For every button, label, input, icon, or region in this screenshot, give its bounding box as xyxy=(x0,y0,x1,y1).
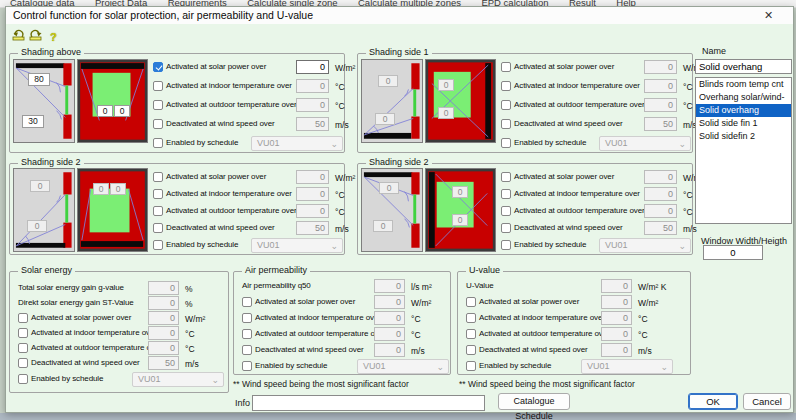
outdoor-temp-input[interactable]: 0 xyxy=(374,327,405,341)
solar-power-checkbox[interactable] xyxy=(501,172,511,182)
control-function-listbox[interactable]: Blinds room temp cnt Overhang solar/wind… xyxy=(695,77,792,224)
u-value-group: U-value U-Value 0 W/m² K Activated at so… xyxy=(457,271,691,375)
group-title: Solar energy xyxy=(18,265,75,275)
group-title: Shading above xyxy=(18,47,84,57)
g-value-input[interactable]: 0 xyxy=(148,281,179,295)
help-icon[interactable]: ? xyxy=(50,27,64,40)
solar-power-checkbox[interactable] xyxy=(18,313,28,323)
wind-speed-input[interactable]: 0 xyxy=(601,343,632,357)
solar-power-checkbox[interactable] xyxy=(153,62,163,72)
solar-power-input[interactable]: 0 xyxy=(148,311,179,325)
schedule-dropdown[interactable]: VU01⌄ xyxy=(357,359,449,374)
indoor-temp-checkbox[interactable] xyxy=(501,81,511,91)
wind-speed-checkbox[interactable] xyxy=(242,345,252,355)
unit-label: °C xyxy=(683,207,693,217)
schedule-dropdown[interactable]: VU01⌄ xyxy=(599,136,691,151)
catalogue-export-icon[interactable] xyxy=(29,27,43,40)
close-icon[interactable]: ✕ xyxy=(761,8,776,23)
schedule-dropdown[interactable]: VU01⌄ xyxy=(251,238,343,253)
indoor-temp-checkbox[interactable] xyxy=(153,81,163,91)
solar-power-input[interactable]: 0 xyxy=(601,295,632,309)
wind-speed-input[interactable]: 50 xyxy=(148,356,179,370)
q50-input[interactable]: 0 xyxy=(374,279,405,293)
solar-power-checkbox[interactable] xyxy=(501,62,511,72)
wind-speed-checkbox[interactable] xyxy=(466,345,476,355)
wind-speed-input[interactable]: 50 xyxy=(644,117,677,131)
indoor-temp-checkbox[interactable] xyxy=(18,328,28,338)
outdoor-temp-input[interactable]: 0 xyxy=(296,98,329,112)
outdoor-temp-input[interactable]: 0 xyxy=(644,98,677,112)
indoor-temp-checkbox[interactable] xyxy=(242,313,252,323)
wind-speed-checkbox[interactable] xyxy=(153,119,163,129)
indoor-temp-input[interactable]: 0 xyxy=(374,311,405,325)
solar-power-input[interactable]: 0 xyxy=(296,60,329,74)
schedule-dropdown[interactable]: VU01⌄ xyxy=(132,372,224,387)
schedule-dropdown[interactable]: VU01⌄ xyxy=(251,136,343,151)
list-item[interactable]: Solid overhang xyxy=(696,104,791,117)
outdoor-temp-checkbox[interactable] xyxy=(501,206,511,216)
solar-power-checkbox[interactable] xyxy=(153,172,163,182)
list-item[interactable]: Overhang solar/wind- xyxy=(696,91,791,104)
solar-power-checkbox[interactable] xyxy=(466,297,476,307)
list-item[interactable]: Solid side fin 1 xyxy=(696,117,791,130)
schedule-checkbox[interactable] xyxy=(501,138,511,148)
st-value-input[interactable]: 0 xyxy=(148,296,179,310)
solar-power-checkbox[interactable] xyxy=(242,297,252,307)
indoor-temp-input[interactable]: 0 xyxy=(296,187,329,201)
outdoor-temp-input[interactable]: 0 xyxy=(296,204,329,218)
wind-speed-checkbox[interactable] xyxy=(501,119,511,129)
wind-speed-input[interactable]: 0 xyxy=(374,343,405,357)
unit-label: m/s xyxy=(411,346,425,356)
window-width-height-input[interactable] xyxy=(703,245,763,260)
outdoor-temp-checkbox[interactable] xyxy=(501,100,511,110)
schedule-checkbox[interactable] xyxy=(242,361,252,371)
outdoor-temp-checkbox[interactable] xyxy=(153,206,163,216)
solar-power-input[interactable]: 0 xyxy=(374,295,405,309)
indoor-temp-checkbox[interactable] xyxy=(153,189,163,199)
list-item[interactable]: Blinds room temp cnt xyxy=(696,78,791,91)
chevron-down-icon: ⌄ xyxy=(436,361,444,374)
catalogue-schedule-button[interactable]: Catalogue Schedule xyxy=(498,393,570,410)
outdoor-temp-checkbox[interactable] xyxy=(18,343,28,353)
outdoor-temp-input[interactable]: 0 xyxy=(644,204,677,218)
list-item[interactable]: Solid sidefin 2 xyxy=(696,130,791,143)
wind-speed-checkbox[interactable] xyxy=(153,223,163,233)
u-value-input[interactable]: 0 xyxy=(601,279,632,293)
schedule-dropdown[interactable]: VU01⌄ xyxy=(599,238,691,253)
catalogue-import-icon[interactable] xyxy=(12,27,26,40)
schedule-checkbox[interactable] xyxy=(18,374,28,384)
wind-speed-checkbox[interactable] xyxy=(501,223,511,233)
wind-speed-input[interactable]: 50 xyxy=(296,221,329,235)
unit-label: °C xyxy=(683,82,693,92)
checkbox-label: Activated at solar power over xyxy=(514,62,614,71)
outdoor-temp-input[interactable]: 0 xyxy=(148,341,179,355)
wind-speed-input[interactable]: 50 xyxy=(644,221,677,235)
outdoor-temp-input[interactable]: 0 xyxy=(601,327,632,341)
ok-button[interactable]: OK xyxy=(688,393,738,410)
schedule-checkbox[interactable] xyxy=(501,240,511,250)
outdoor-temp-checkbox[interactable] xyxy=(466,329,476,339)
checkbox-label: Activated at solar power over xyxy=(479,297,579,306)
schedule-checkbox[interactable] xyxy=(153,240,163,250)
wind-speed-input[interactable]: 50 xyxy=(296,117,329,131)
wind-speed-checkbox[interactable] xyxy=(18,358,28,368)
outdoor-temp-checkbox[interactable] xyxy=(153,100,163,110)
schedule-checkbox[interactable] xyxy=(153,138,163,148)
name-input[interactable] xyxy=(695,59,792,74)
outdoor-temp-checkbox[interactable] xyxy=(242,329,252,339)
schedule-checkbox[interactable] xyxy=(466,361,476,371)
checkbox-label: Activated at indoor temperature over xyxy=(479,313,605,322)
indoor-temp-input[interactable]: 0 xyxy=(296,79,329,93)
cancel-button[interactable]: Cancel xyxy=(743,393,791,410)
indoor-temp-input[interactable]: 0 xyxy=(644,79,677,93)
schedule-dropdown[interactable]: VU01⌄ xyxy=(581,359,673,374)
indoor-temp-input[interactable]: 0 xyxy=(601,311,632,325)
indoor-temp-input[interactable]: 0 xyxy=(644,187,677,201)
indoor-temp-checkbox[interactable] xyxy=(466,313,476,323)
info-input[interactable] xyxy=(252,395,485,411)
indoor-temp-checkbox[interactable] xyxy=(501,189,511,199)
solar-power-input[interactable]: 0 xyxy=(296,170,329,184)
solar-power-input[interactable]: 0 xyxy=(644,60,677,74)
indoor-temp-input[interactable]: 0 xyxy=(148,326,179,340)
solar-power-input[interactable]: 0 xyxy=(644,170,677,184)
